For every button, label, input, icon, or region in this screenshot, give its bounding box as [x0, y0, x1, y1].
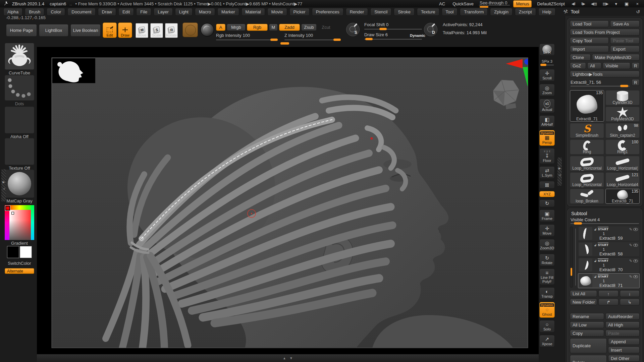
xpose-button[interactable]: ↗ Xpose	[539, 335, 555, 347]
polypaint-brush-icon[interactable]: ✎	[629, 227, 632, 232]
polypaint-brush-icon[interactable]: ✎	[629, 243, 632, 247]
subtool-item[interactable]: ↲ START ✎ 1 Extract8_58	[578, 242, 640, 257]
tool-item[interactable]: Loop_Horizontal	[570, 156, 604, 171]
hue-strip-right[interactable]	[31, 205, 34, 240]
color-a-button[interactable]: A	[216, 24, 225, 31]
tool-item[interactable]: Ring	[570, 139, 604, 155]
import-button[interactable]: Import	[570, 46, 609, 52]
menu-item[interactable]: Zplugin	[490, 8, 513, 16]
xyz-button[interactable]: XYZ	[539, 191, 555, 197]
visibility-eye-icon[interactable]	[633, 275, 638, 278]
minimize-button[interactable]: ▾	[613, 1, 620, 6]
menu-item[interactable]: Help	[538, 8, 555, 16]
duplicate-button[interactable]: Duplicate	[570, 338, 607, 353]
nav-down-icon[interactable]: ▼	[289, 356, 293, 360]
scale-button[interactable]: S Scale	[150, 23, 163, 38]
quicksave-button[interactable]: QuickSave	[450, 1, 476, 6]
menu-item[interactable]: Stencil	[370, 8, 391, 16]
mrgb-button[interactable]: Mrgb	[227, 24, 246, 31]
live-boolean-button[interactable]: Live Boolean	[70, 24, 101, 37]
tool-item[interactable]: Loop_Horizontal	[570, 172, 604, 187]
menu-item[interactable]: Transform	[460, 8, 488, 16]
menu-item[interactable]: Marker	[217, 8, 239, 16]
document-canvas[interactable]	[37, 47, 539, 354]
all-low-button[interactable]: All Low	[570, 321, 604, 328]
menu-item[interactable]: Light	[175, 8, 193, 16]
menu-item[interactable]: Picker	[289, 8, 310, 16]
polypaint-brush-icon[interactable]: ✎	[629, 275, 632, 279]
z-intensity-slider[interactable]: Z Intensity 100	[284, 33, 341, 40]
home-page-button[interactable]: Home Page	[6, 24, 37, 37]
nav-up-icon[interactable]: ▲	[283, 356, 286, 360]
solo-button[interactable]: ○ Solo	[539, 320, 555, 333]
tool-item[interactable]: loop_Broken	[570, 189, 604, 204]
menu-item[interactable]: Draw	[98, 8, 116, 16]
transp-button[interactable]: ◐ Transp	[539, 287, 555, 300]
lightbox-tools-button[interactable]: Lightbox▶Tools	[570, 71, 640, 77]
page-previous-icon[interactable]: ◀▤	[590, 2, 598, 6]
polypaint-brush-icon[interactable]: ✎	[629, 259, 632, 263]
menu-item[interactable]: File	[136, 8, 151, 16]
shelf-divider-handle[interactable]	[280, 42, 289, 45]
menu-item[interactable]: Material	[241, 8, 265, 16]
close-button[interactable]: ×	[634, 1, 641, 6]
fold-in-button[interactable]: ↳	[620, 299, 640, 305]
tray-collapse-right-icon[interactable]: ‖▶	[580, 2, 586, 6]
new-folder-button[interactable]: New Folder	[570, 299, 597, 305]
focal-shift-slider[interactable]: Focal Shift 0	[364, 22, 422, 29]
left-tray-divider[interactable]: ▶ ◀	[1, 169, 6, 201]
tray-collapse-left-icon[interactable]: ◀‖	[570, 2, 577, 6]
draw-button[interactable]: Draw	[118, 22, 132, 38]
all-high-button[interactable]: All High	[605, 321, 640, 328]
menu-item[interactable]: Stroke	[394, 8, 415, 16]
goz-visible-button[interactable]: Visible	[603, 62, 630, 69]
alternate-item[interactable]: Alternate	[5, 268, 34, 274]
tool-item[interactable]: 121 Loop_Horizontal4	[605, 172, 640, 187]
delete-button[interactable]: Delete	[570, 355, 607, 362]
paste-subtool-button[interactable]: Paste	[605, 330, 640, 337]
rename-button[interactable]: Rename	[570, 313, 604, 320]
scroll-button[interactable]: ✛ Scroll	[539, 69, 555, 81]
current-material-item[interactable]: MatCap Gray	[5, 170, 34, 203]
copy-subtool-button[interactable]: Copy	[570, 330, 604, 337]
current-alpha-item[interactable]: Alpha Off	[5, 107, 34, 139]
lsym-button[interactable]: ⇄ L.Sym	[539, 166, 555, 179]
tray-close-icon[interactable]: ◀	[3, 187, 5, 190]
subtool-item[interactable]: ↲ START ✎ 1 Extract8_71	[578, 273, 640, 288]
right-tray-divider[interactable]: ▶ ◀	[557, 158, 562, 186]
fold-out-button[interactable]: ↱	[598, 299, 618, 305]
tool-item[interactable]: PolyMesh3D	[605, 107, 640, 122]
goz-r-button[interactable]: R	[632, 62, 640, 69]
tool-item[interactable]: Loop_Horizontal(	[605, 156, 640, 171]
current-material-preview[interactable]	[201, 23, 214, 37]
page-next-icon[interactable]: ▤▶	[601, 2, 610, 6]
export-button[interactable]: Export	[610, 46, 640, 52]
linefill-button[interactable]: ≡ Line Fill PolyF	[539, 268, 555, 285]
move-3d-button[interactable]: ✛ Move	[539, 224, 555, 237]
see-through-slider[interactable]: See-through 0	[479, 0, 510, 8]
zcut-button[interactable]: Zcut	[319, 24, 333, 31]
rotate-button[interactable]: R Rotate	[165, 23, 178, 38]
move-button[interactable]: M Move	[136, 23, 148, 38]
persp-button[interactable]: Dynamic ▦ Persp	[539, 130, 555, 146]
visibility-eye-icon[interactable]	[633, 228, 638, 231]
paste-tool-button[interactable]: Paste Tool	[610, 37, 640, 44]
palette-reset-icon[interactable]: ↺	[636, 9, 640, 14]
ac-button[interactable]: AC	[437, 1, 447, 6]
alpha-thumb[interactable]	[5, 107, 34, 133]
save-as-button[interactable]: Save As	[610, 20, 640, 27]
load-tool-button[interactable]: Load Tool	[570, 20, 609, 27]
lightbox-button[interactable]: LightBox	[39, 24, 68, 37]
see-through-handle[interactable]	[480, 6, 488, 8]
menu-item[interactable]: Edit	[118, 8, 134, 16]
visibility-eye-icon[interactable]	[633, 259, 638, 262]
make-polymesh3d-button[interactable]: Make PolyMesh3D	[592, 54, 640, 61]
move-subtool-down-button[interactable]: ↓	[620, 290, 640, 297]
menu-item[interactable]: Alpha	[3, 8, 22, 16]
copy-tool-button[interactable]: Copy Tool	[570, 37, 609, 44]
floor-button[interactable]: x y z ↧ Floor	[539, 148, 555, 164]
color-picker[interactable]	[5, 205, 34, 240]
list-all-button[interactable]: List All	[570, 290, 597, 297]
current-texture-item[interactable]: Texture Off	[5, 138, 34, 171]
curvetube-brush-thumb[interactable]	[5, 43, 34, 70]
